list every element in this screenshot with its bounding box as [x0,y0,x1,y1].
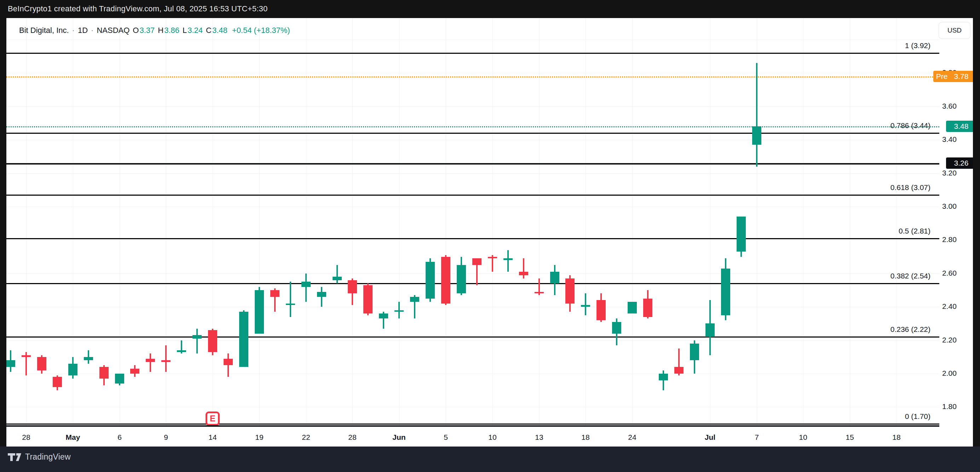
candlestick [348,280,357,293]
candlestick [177,350,186,352]
ohlc-low: L 3.24 [183,26,203,35]
horizontal-line-drawing-line[interactable] [6,163,939,165]
time-axis-label: 15 [834,433,866,442]
price-axis-tick: 3.60 [942,102,972,111]
gridline-vertical [632,18,633,425]
tradingview-logo[interactable]: TradingView [8,452,71,462]
candlestick [565,278,574,304]
time-axis-label: 7 [741,433,773,442]
candlestick [535,292,544,293]
candlestick [332,277,342,280]
fib-level-label: 0.5 (2.81) [899,227,931,236]
candlestick [301,282,311,287]
gridline-horizontal [6,73,939,73]
tradingview-logo-text: TradingView [25,452,71,462]
candlestick [410,297,419,302]
gridline-horizontal [6,140,939,140]
price-axis-tick: 1.80 [942,402,972,412]
gridline-horizontal [6,207,939,207]
candlestick [752,126,761,145]
time-axis-label: 14 [197,433,229,442]
gridline-horizontal [6,240,939,240]
separator-dot: · [72,26,75,35]
candlestick [550,272,559,283]
candle-wick [165,345,167,372]
fib-level-label: 0 (1.70) [905,412,931,421]
candle-wick [585,293,586,315]
gridline-horizontal [6,106,939,107]
currency-button[interactable]: USD [939,22,970,39]
snapshot-title-bar: BeInCrypto1 created with TradingView.com… [0,0,980,18]
candlestick [130,369,139,373]
candlestick [659,373,668,380]
time-axis[interactable]: 28May6914192228Jun510131824Jul7101518 [6,427,973,447]
gridline-vertical [119,18,120,425]
candlestick [146,359,155,362]
candlestick [426,262,435,299]
earnings-marker[interactable]: E [205,412,220,425]
candle-wick [756,63,757,167]
time-axis-label: 28 [336,433,368,442]
price-axis-tick: 2.80 [942,235,972,245]
candle-wick [508,250,509,272]
candle-wick [321,287,322,307]
fib-level-line[interactable] [6,238,939,239]
candlestick [84,357,93,360]
last-price-badge: 3.48 [946,121,973,132]
interval-label[interactable]: 1D [78,26,88,35]
candle-wick [228,353,229,377]
gridline-horizontal [6,340,939,341]
time-axis-label: 10 [477,433,508,442]
fib-level-label: 1 (3.92) [905,41,931,51]
candlestick [192,335,202,339]
gridline-vertical [306,18,306,425]
candle-wick [305,273,307,302]
ohlc-open: O 3.37 [133,26,154,35]
change-value: +0.54 (+18.37%) [232,26,290,35]
gridline-vertical [803,18,803,425]
fib-level-line[interactable] [6,337,939,337]
fib-level-line[interactable] [6,53,939,54]
currency-label: USD [947,27,962,34]
fib-level-line[interactable] [6,133,939,134]
candlestick [519,272,528,275]
candle-wick [196,329,198,353]
candlestick [488,257,497,258]
gridline-vertical [539,18,539,425]
candlestick [22,355,31,357]
time-axis-label: 13 [523,433,555,442]
candlestick [457,265,466,293]
candlestick [628,302,637,313]
time-axis-label: 18 [570,433,601,442]
price-axis-tick: 2.00 [942,369,972,378]
price-axis-tick: 2.20 [942,336,972,345]
time-axis-label: 9 [150,433,182,442]
fib-level-line[interactable] [6,424,939,424]
candlestick [705,323,715,337]
candlestick [395,310,404,312]
symbol-name[interactable]: Bit Digital, Inc. [19,26,69,35]
fib-level-label: 0.786 (3.44) [891,121,931,130]
chart-pane[interactable]: 1 (3.92)0.786 (3.44)0.618 (3.07)0.5 (2.8… [6,18,939,425]
price-axis-tick: 3.40 [942,135,972,145]
gridline-horizontal [6,407,939,407]
candlestick [675,367,684,373]
price-axis[interactable]: 3.803.603.403.203.002.802.602.402.202.00… [939,18,973,425]
candlestick [643,299,652,317]
last-price-line [6,126,939,127]
time-axis-label: 18 [881,433,912,442]
fib-level-line[interactable] [6,283,939,284]
price-axis-tick: 3.20 [942,169,972,178]
time-axis-label: 6 [103,433,135,442]
candlestick [208,330,217,352]
candlestick [270,290,280,297]
candle-wick [290,282,291,317]
gridline-horizontal [6,40,939,40]
premarket-badge-label: Pre [933,71,950,82]
candlestick [317,292,326,297]
premarket-price-badge: 3.78Pre [946,71,973,82]
price-axis-tick: 2.40 [942,302,972,311]
candlestick [239,312,248,367]
fib-level-line[interactable] [6,195,939,195]
candle-wick [523,258,524,278]
